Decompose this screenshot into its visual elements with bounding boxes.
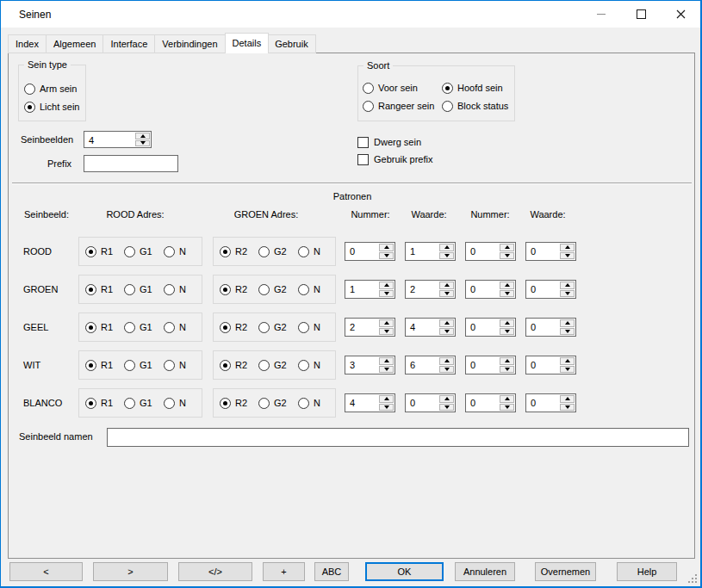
- spin-down-button[interactable]: [379, 290, 394, 298]
- radio-r2[interactable]: R2: [220, 245, 247, 257]
- minimize-button[interactable]: [581, 1, 621, 27]
- radio-g2[interactable]: G2: [258, 397, 287, 409]
- spinner-value[interactable]: 4: [406, 319, 439, 336]
- radio-r2[interactable]: R2: [220, 321, 247, 333]
- spin-down-button[interactable]: [439, 366, 454, 374]
- spin-up-button[interactable]: [560, 395, 575, 403]
- spin-down-button[interactable]: [379, 328, 394, 336]
- spin-up-button[interactable]: [560, 282, 575, 289]
- spin-up-button[interactable]: [439, 319, 454, 327]
- maximize-button[interactable]: [621, 1, 661, 27]
- spin-down-button[interactable]: [439, 404, 454, 412]
- radio-r2[interactable]: R2: [220, 397, 247, 409]
- spin-up-button[interactable]: [439, 282, 454, 289]
- spinner-value[interactable]: 0: [526, 356, 560, 374]
- radio-r2[interactable]: R2: [220, 283, 247, 295]
- next-button[interactable]: >: [93, 562, 168, 581]
- radio-r1[interactable]: R1: [85, 245, 113, 257]
- radio-n[interactable]: N: [164, 321, 186, 333]
- spin-up-button[interactable]: [560, 244, 575, 251]
- radio-g1[interactable]: G1: [124, 397, 152, 409]
- spin-up-button[interactable]: [560, 357, 575, 365]
- tab-gebruik[interactable]: Gebruik: [268, 34, 316, 53]
- spin-up-button[interactable]: [500, 244, 514, 251]
- seinbeeld-namen-input[interactable]: [107, 428, 689, 447]
- gebruik-prefix-checkbox[interactable]: Gebruik prefix: [357, 153, 432, 165]
- spin-down-button[interactable]: [135, 140, 150, 147]
- radio-n[interactable]: N: [298, 359, 320, 371]
- overnemen-button[interactable]: Overnemen: [535, 562, 596, 581]
- spinner-value[interactable]: 0: [466, 356, 500, 374]
- spin-up-button[interactable]: [379, 319, 394, 327]
- tab-verbindingen[interactable]: Verbindingen: [155, 34, 225, 53]
- tab-algemeen[interactable]: Algemeen: [47, 34, 104, 53]
- prefix-input[interactable]: [84, 155, 178, 172]
- tab-details[interactable]: Details: [225, 33, 270, 53]
- spin-down-button[interactable]: [500, 252, 514, 260]
- spin-down-button[interactable]: [560, 404, 575, 412]
- spin-down-button[interactable]: [439, 290, 454, 298]
- spin-down-button[interactable]: [560, 366, 575, 374]
- spin-down-button[interactable]: [379, 252, 394, 260]
- prev-button[interactable]: <: [9, 562, 83, 581]
- spinner-value[interactable]: 0: [466, 281, 500, 298]
- spinner-value[interactable]: 4: [84, 132, 135, 147]
- radio-g2[interactable]: G2: [258, 283, 287, 295]
- radio-r1[interactable]: R1: [85, 397, 113, 409]
- spin-up-button[interactable]: [135, 133, 150, 139]
- spin-up-button[interactable]: [439, 395, 454, 403]
- spinner-value[interactable]: 2: [406, 281, 439, 298]
- spin-up-button[interactable]: [379, 244, 394, 251]
- spinner-value[interactable]: 0: [526, 319, 560, 336]
- spinner-value[interactable]: 0: [406, 394, 439, 412]
- radio-n[interactable]: N: [164, 283, 186, 295]
- spin-down-button[interactable]: [379, 404, 394, 412]
- radio-n[interactable]: N: [164, 245, 186, 257]
- spin-down-button[interactable]: [500, 366, 514, 374]
- radio-licht-sein[interactable]: Licht sein: [24, 101, 79, 113]
- spinner-value[interactable]: 1: [345, 281, 379, 298]
- spin-up-button[interactable]: [379, 395, 394, 403]
- radio-n[interactable]: N: [164, 397, 186, 409]
- radio-hoofd-sein[interactable]: Hoofd sein: [442, 82, 503, 94]
- radio-g1[interactable]: G1: [124, 359, 152, 371]
- code-button[interactable]: </>: [178, 562, 252, 581]
- radio-n[interactable]: N: [298, 245, 320, 257]
- spin-up-button[interactable]: [439, 357, 454, 365]
- spin-down-button[interactable]: [560, 290, 575, 298]
- spin-down-button[interactable]: [560, 328, 575, 336]
- radio-g1[interactable]: G1: [124, 245, 152, 257]
- spinner-value[interactable]: 3: [345, 356, 379, 374]
- title-bar[interactable]: Seinen: [1, 1, 700, 28]
- spin-down-button[interactable]: [439, 252, 454, 260]
- radio-arm-sein[interactable]: Arm sein: [24, 83, 77, 95]
- tab-interface[interactable]: Interface: [103, 34, 155, 53]
- spinner-value[interactable]: 0: [466, 243, 500, 260]
- radio-block-status[interactable]: Block status: [442, 100, 508, 112]
- spinner-value[interactable]: 0: [526, 281, 560, 298]
- spinner-value[interactable]: 6: [406, 356, 439, 374]
- radio-g1[interactable]: G1: [124, 283, 152, 295]
- spin-down-button[interactable]: [500, 404, 514, 412]
- spinner-value[interactable]: 0: [345, 243, 379, 260]
- tab-index[interactable]: Index: [8, 34, 47, 53]
- spin-down-button[interactable]: [439, 328, 454, 336]
- add-button[interactable]: +: [263, 562, 305, 581]
- spin-up-button[interactable]: [379, 357, 394, 365]
- spinner-value[interactable]: 1: [406, 243, 439, 260]
- spinner-value[interactable]: 0: [526, 243, 560, 260]
- spin-down-button[interactable]: [500, 328, 514, 336]
- radio-n[interactable]: N: [164, 359, 186, 371]
- spin-down-button[interactable]: [379, 366, 394, 374]
- spin-up-button[interactable]: [439, 244, 454, 251]
- radio-g2[interactable]: G2: [258, 359, 287, 371]
- spinner-value[interactable]: 0: [466, 319, 500, 336]
- spin-up-button[interactable]: [500, 395, 514, 403]
- radio-r1[interactable]: R1: [85, 283, 113, 295]
- radio-n[interactable]: N: [298, 283, 320, 295]
- spin-down-button[interactable]: [560, 252, 575, 260]
- radio-voor-sein[interactable]: Voor sein: [363, 82, 418, 94]
- spin-up-button[interactable]: [379, 282, 394, 289]
- spinner-value[interactable]: 2: [345, 319, 379, 336]
- radio-rangeer-sein[interactable]: Rangeer sein: [363, 100, 434, 112]
